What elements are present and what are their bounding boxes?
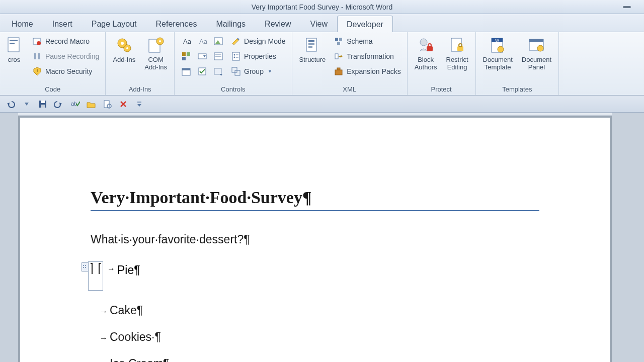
schema-button[interactable]: Schema bbox=[332, 34, 403, 48]
svg-rect-62 bbox=[529, 39, 543, 42]
group-button[interactable]: Group ▼ bbox=[229, 64, 288, 78]
content-control-handle-icon[interactable] bbox=[82, 262, 89, 272]
option-icecream[interactable]: Ice·Cream¶ bbox=[110, 357, 169, 362]
pause-recording-label: Pause Recording bbox=[45, 52, 99, 60]
svg-marker-48 bbox=[341, 55, 343, 58]
customize-qat[interactable] bbox=[134, 99, 145, 110]
block-authors-button[interactable]: Block Authors bbox=[412, 34, 440, 72]
question-text[interactable]: What·is·your·favorite·dessert?¶ bbox=[91, 233, 539, 246]
minimize-button[interactable] bbox=[623, 4, 635, 9]
record-macro-button[interactable]: Record Macro bbox=[30, 34, 101, 48]
transformation-button[interactable]: Transformation bbox=[332, 49, 403, 63]
date-picker-control[interactable] bbox=[179, 64, 194, 78]
combo-box-control[interactable] bbox=[195, 49, 210, 63]
svg-marker-32 bbox=[220, 74, 222, 76]
svg-rect-53 bbox=[428, 44, 431, 47]
document-heading[interactable]: Very·Important·Food·Survey¶ bbox=[91, 188, 539, 211]
properties-label: Properties bbox=[244, 52, 276, 60]
addins-button[interactable]: Add-Ins bbox=[110, 34, 138, 65]
restrict-editing-button[interactable]: Restrict Editing bbox=[443, 34, 471, 72]
document-panel-button[interactable]: Document Panel bbox=[519, 34, 554, 72]
legacy-tools[interactable] bbox=[211, 64, 226, 78]
building-block-control[interactable] bbox=[179, 49, 194, 63]
group-controls-label: Controls bbox=[179, 85, 288, 94]
content-control[interactable] bbox=[82, 261, 103, 291]
svg-rect-31 bbox=[214, 68, 221, 74]
svg-rect-39 bbox=[235, 70, 240, 75]
com-addins-button[interactable]: COM Add-Ins bbox=[141, 34, 170, 72]
svg-rect-6 bbox=[38, 53, 40, 59]
option-pie[interactable]: Pie¶ bbox=[117, 263, 140, 277]
document-page[interactable]: Very·Important·Food·Survey¶ What·is·your… bbox=[20, 118, 610, 362]
quick-access-toolbar: ab bbox=[0, 96, 644, 113]
tab-page-layout[interactable]: Page Layout bbox=[82, 15, 146, 32]
tab-review[interactable]: Review bbox=[255, 15, 300, 32]
svg-marker-65 bbox=[25, 103, 29, 106]
svg-rect-2 bbox=[10, 43, 15, 44]
pause-recording-button[interactable]: Pause Recording bbox=[30, 49, 101, 63]
option-row-icecream[interactable]: Ice·Cream¶ bbox=[100, 357, 539, 362]
svg-point-51 bbox=[420, 39, 427, 46]
checkbox-control[interactable] bbox=[195, 64, 210, 78]
option-cookies[interactable]: Cookies·¶ bbox=[110, 330, 161, 344]
design-mode-button[interactable]: Design Mode bbox=[229, 34, 288, 48]
picture-control[interactable] bbox=[211, 34, 226, 48]
save-button[interactable] bbox=[37, 99, 48, 110]
svg-point-10 bbox=[121, 42, 124, 45]
tab-insert[interactable]: Insert bbox=[43, 15, 82, 32]
redo-button[interactable] bbox=[53, 99, 64, 110]
security-icon: ! bbox=[32, 66, 42, 76]
svg-rect-21 bbox=[187, 52, 190, 56]
structure-button[interactable]: Structure bbox=[296, 34, 329, 65]
macros-label: cros bbox=[8, 56, 21, 64]
gear-icon bbox=[114, 35, 134, 55]
svg-point-80 bbox=[85, 267, 86, 268]
properties-icon bbox=[231, 51, 241, 61]
svg-point-78 bbox=[85, 265, 86, 266]
option-row-pie[interactable]: Pie¶ bbox=[82, 261, 539, 291]
group-xml-label: XML bbox=[296, 85, 403, 94]
svg-rect-47 bbox=[335, 54, 338, 59]
transformation-icon bbox=[334, 51, 344, 61]
undo-button[interactable] bbox=[5, 99, 16, 110]
window-title: Very Important Food Survey - Microsoft W… bbox=[252, 3, 393, 11]
svg-point-4 bbox=[37, 41, 41, 45]
restrict-editing-label: Restrict Editing bbox=[446, 56, 468, 71]
print-preview-button[interactable] bbox=[102, 99, 113, 110]
spelling-button[interactable]: ab bbox=[69, 99, 80, 110]
undo-dropdown[interactable] bbox=[21, 99, 32, 110]
svg-rect-68 bbox=[41, 105, 45, 108]
tab-home[interactable]: Home bbox=[2, 15, 43, 32]
option-row-cake[interactable]: Cake¶ bbox=[100, 304, 539, 317]
close-button[interactable] bbox=[118, 99, 129, 110]
macro-security-button[interactable]: ! Macro Security bbox=[30, 64, 101, 78]
tab-view[interactable]: View bbox=[301, 15, 337, 32]
plain-text-control[interactable]: Aa bbox=[195, 34, 210, 48]
ruler[interactable] bbox=[18, 113, 612, 115]
dropdown-control[interactable] bbox=[211, 49, 226, 63]
document-panel-icon bbox=[526, 35, 546, 55]
record-macro-label: Record Macro bbox=[45, 37, 90, 45]
tab-arrow-icon bbox=[100, 330, 110, 344]
macros-button[interactable]: cros bbox=[4, 34, 27, 65]
group-addins: Add-Ins COM Add-Ins Add-Ins bbox=[106, 32, 175, 95]
svg-point-63 bbox=[537, 45, 543, 51]
svg-rect-38 bbox=[232, 67, 237, 72]
open-button[interactable] bbox=[86, 99, 97, 110]
block-authors-label: Block Authors bbox=[415, 56, 437, 71]
design-mode-icon bbox=[231, 36, 241, 46]
tab-mailings[interactable]: Mailings bbox=[206, 15, 255, 32]
option-cake[interactable]: Cake¶ bbox=[110, 304, 143, 317]
expansion-packs-button[interactable]: Expansion Packs bbox=[332, 64, 403, 78]
properties-button[interactable]: Properties bbox=[229, 49, 288, 63]
tab-references[interactable]: References bbox=[146, 15, 207, 32]
svg-point-77 bbox=[83, 265, 84, 266]
tab-arrow-icon bbox=[107, 264, 117, 274]
structure-icon bbox=[302, 35, 323, 55]
document-template-button[interactable]: W Document Template bbox=[480, 34, 516, 72]
option-row-cookies[interactable]: Cookies·¶ bbox=[100, 330, 539, 344]
rich-text-control[interactable]: Aa bbox=[179, 34, 194, 48]
svg-point-36 bbox=[234, 57, 235, 58]
svg-rect-43 bbox=[308, 46, 312, 48]
tab-developer[interactable]: Developer bbox=[337, 16, 393, 32]
